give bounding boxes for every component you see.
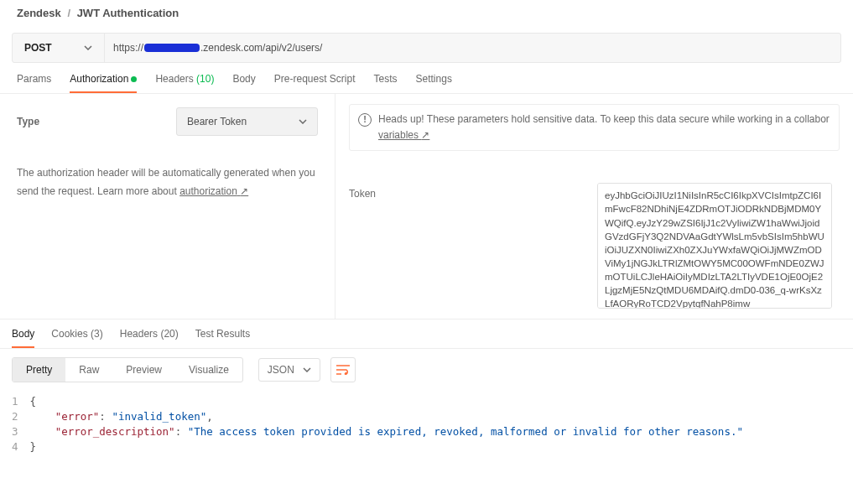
view-preview-button[interactable]: Preview	[112, 358, 175, 382]
auth-help-text: The authorization header will be automat…	[17, 164, 318, 200]
view-raw-button[interactable]: Raw	[65, 358, 112, 382]
resp-tab-headers[interactable]: Headers (20)	[120, 328, 179, 348]
chevron-down-icon[interactable]	[299, 119, 307, 124]
token-label: Token	[349, 183, 584, 309]
method-select[interactable]: POST	[13, 34, 105, 62]
request-tabs: Params Authorization Headers (10) Body P…	[0, 63, 853, 94]
tab-authorization[interactable]: Authorization	[70, 73, 137, 93]
auth-type-value: Bearer Token	[187, 116, 247, 127]
view-pretty-button[interactable]: Pretty	[13, 358, 65, 382]
wrap-lines-button[interactable]	[330, 357, 356, 382]
auth-type-label: Type	[17, 116, 176, 127]
tab-headers[interactable]: Headers (10)	[155, 73, 214, 93]
auth-right-column: ! Heads up! These parameters hold sensit…	[335, 94, 853, 319]
info-icon: !	[358, 113, 372, 127]
body-format-select[interactable]: JSON	[258, 358, 320, 382]
variables-link[interactable]: variables ↗	[378, 129, 429, 141]
resp-tab-cookies[interactable]: Cookies (3)	[51, 328, 102, 348]
method-value: POST	[24, 42, 52, 54]
line-gutter: 1234	[12, 394, 30, 455]
tab-params[interactable]: Params	[17, 73, 51, 93]
token-input[interactable]	[597, 183, 832, 309]
tab-settings[interactable]: Settings	[416, 73, 452, 93]
breadcrumb: Zendesk / JWT Authentication	[0, 0, 853, 26]
authorization-doc-link[interactable]: authorization ↗	[179, 185, 248, 197]
response-view-row: Pretty Raw Preview Visualize JSON	[0, 349, 853, 391]
view-mode-buttons: Pretty Raw Preview Visualize	[12, 357, 243, 382]
response-tabs: Body Cookies (3) Headers (20) Test Resul…	[0, 319, 853, 349]
headsup-banner: ! Heads up! These parameters hold sensit…	[349, 104, 840, 151]
chevron-down-icon	[303, 367, 311, 372]
auth-indicator-dot	[131, 76, 137, 82]
chevron-down-icon[interactable]	[84, 45, 92, 50]
tab-tests[interactable]: Tests	[374, 73, 398, 93]
authorization-panel: Type Bearer Token The authorization head…	[0, 94, 853, 319]
request-row: POST https://.zendesk.com/api/v2/users/	[12, 33, 841, 63]
auth-left-column: Type Bearer Token The authorization head…	[0, 94, 335, 319]
tab-body[interactable]: Body	[232, 73, 255, 93]
url-input[interactable]: https://.zendesk.com/api/v2/users/	[105, 34, 840, 62]
response-body-code[interactable]: 1234 { "error": "invalid_token", "error_…	[0, 391, 853, 458]
breadcrumb-parent[interactable]: Zendesk	[17, 7, 61, 19]
resp-tab-test-results[interactable]: Test Results	[195, 328, 250, 348]
breadcrumb-sep: /	[67, 7, 70, 19]
view-visualize-button[interactable]: Visualize	[175, 358, 242, 382]
resp-tab-body[interactable]: Body	[12, 328, 34, 348]
auth-type-select[interactable]: Bearer Token	[176, 107, 318, 136]
breadcrumb-current: JWT Authentication	[77, 7, 179, 19]
tab-prerequest[interactable]: Pre-request Script	[274, 73, 356, 93]
code-lines: { "error": "invalid_token", "error_descr…	[30, 394, 743, 455]
redacted-subdomain	[144, 44, 200, 52]
